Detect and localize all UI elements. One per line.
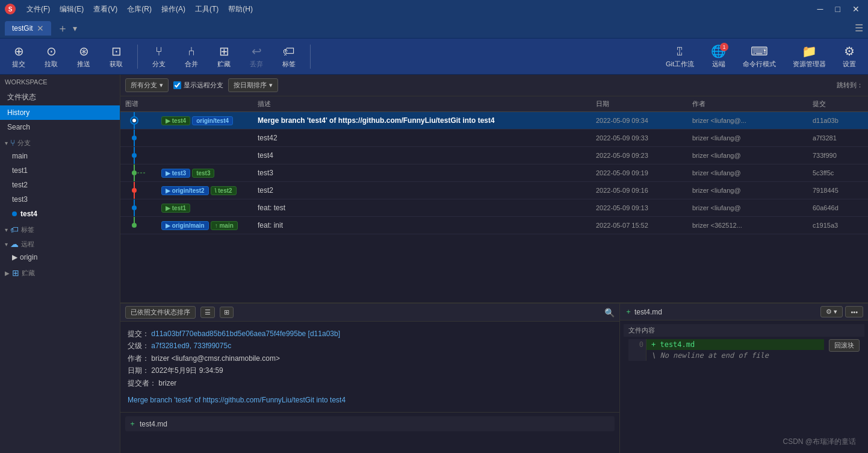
col-graph: 图谱	[120, 98, 253, 110]
new-tab-button[interactable]: ＋	[54, 21, 72, 36]
history-area: 所有分支 ▾ 显示远程分支 按日期排序 ▾ 跳转到： 图谱	[120, 75, 868, 302]
repo-tab[interactable]: testGit ✕	[5, 21, 51, 36]
bottom-area: 已依照文件状态排序 ☰ ⊞ 🔍 提交： d11a03bf770ebad85b61…	[120, 302, 868, 453]
branch-item-test2[interactable]: test2	[0, 178, 120, 192]
table-row[interactable]: test42 2022-05-09 09:33 brizer <liufang@…	[120, 130, 868, 147]
search-commits-button[interactable]: 🔍	[604, 308, 615, 317]
sidebar-item-history[interactable]: History	[0, 105, 120, 120]
remote-group-header[interactable]: ▾ ☁ 远程	[0, 236, 120, 250]
close-button[interactable]: ✕	[849, 4, 863, 14]
commit-label: 提交	[12, 60, 25, 69]
content-area: 所有分支 ▾ 显示远程分支 按日期排序 ▾ 跳转到： 图谱	[120, 75, 868, 453]
sidebar-item-search[interactable]: Search	[0, 120, 120, 134]
main-area: WORKSPACE 文件状态 History Search ▾ ⑂ 分支 mai…	[0, 75, 868, 453]
revert-block-button[interactable]: 回滚块	[829, 339, 860, 352]
tag-button[interactable]: 🏷 标签	[275, 42, 303, 71]
minimize-button[interactable]: ─	[814, 4, 827, 14]
stash-group-header[interactable]: ▶ ⊞ 贮藏	[0, 264, 120, 279]
sidebar-item-file-status[interactable]: 文件状态	[0, 89, 120, 105]
branch-button[interactable]: ⑂ 分支	[145, 42, 173, 71]
remote-button[interactable]: 🌐 1 远端	[704, 42, 733, 71]
menu-action[interactable]: 操作(A)	[158, 3, 189, 16]
grid-view-button[interactable]: ⊞	[220, 307, 234, 318]
table-row[interactable]: test4 2022-05-09 09:23 brizer <liufang@ …	[120, 147, 868, 164]
menu-tools[interactable]: 工具(T)	[191, 3, 222, 16]
date-label: 日期：	[128, 366, 149, 375]
graph-cell	[120, 147, 253, 164]
terminal-button[interactable]: ⌨ 命令行模式	[736, 42, 783, 71]
sidebar: WORKSPACE 文件状态 History Search ▾ ⑂ 分支 mai…	[0, 75, 120, 453]
menu-repo[interactable]: 仓库(R)	[123, 3, 155, 16]
sort-by-date-filter[interactable]: 按日期排序 ▾	[228, 78, 278, 92]
titlebar: S 文件(F) 编辑(E) 查看(V) 仓库(R) 操作(A) 工具(T) 帮助…	[0, 0, 868, 18]
separator-2	[310, 45, 311, 69]
graph-svg	[125, 164, 161, 181]
fetch-button[interactable]: ⊡ 获取	[102, 42, 130, 71]
diff-line-text: + test4.md	[646, 339, 824, 350]
jump-to-area: 跳转到：	[837, 81, 863, 90]
remote-item-origin[interactable]: ▶origin	[0, 250, 120, 264]
tags-group-header[interactable]: ▾ 🏷 标签	[0, 221, 120, 236]
branch-item-test1[interactable]: test1	[0, 163, 120, 178]
show-remote-checkbox-label[interactable]: 显示远程分支	[173, 81, 223, 90]
branch-pill-test2: \ test2	[211, 186, 237, 195]
menu-file[interactable]: 文件(F)	[23, 3, 54, 16]
stash-expand-icon: ▶	[5, 270, 10, 276]
gitflow-label: Git工作流	[666, 60, 694, 69]
remote-label: 远端	[712, 60, 725, 69]
filter-bar: 所有分支 ▾ 显示远程分支 按日期排序 ▾ 跳转到：	[120, 75, 868, 96]
settings-button[interactable]: ⚙ 设置	[835, 42, 863, 71]
push-button[interactable]: ⊛ 推送	[70, 42, 98, 71]
explorer-button[interactable]: 📁 资源管理器	[786, 42, 833, 71]
table-row[interactable]: ▶ test3 test3 test3 2022-05-09 09:19 bri…	[120, 164, 868, 182]
discard-button[interactable]: ↩ 丢弃	[243, 42, 270, 71]
discard-icon: ↩	[252, 44, 262, 58]
file-list-item[interactable]: ＋ test4.md	[125, 416, 615, 431]
table-row[interactable]: ▶ origin/test2 \ test2 test2 2022-05-09 …	[120, 182, 868, 199]
tab-dropdown-button[interactable]: ▾	[73, 23, 77, 33]
tab-close-button[interactable]: ✕	[37, 23, 44, 33]
tags-expand-icon: ▾	[5, 226, 8, 233]
branches-group-header[interactable]: ▾ ⑂ 分支	[0, 134, 120, 149]
menu-help[interactable]: 帮助(H)	[225, 3, 256, 16]
pull-button[interactable]: ⊙ 拉取	[37, 42, 65, 71]
date-line: 日期： 2022年5月9日 9:34:59	[128, 364, 612, 376]
diff-settings-button[interactable]: ⚙ ▾	[820, 306, 843, 317]
tag-label: 标签	[282, 60, 296, 69]
author-value: brizer <liufang@cmsr.chinamobile.com>	[151, 354, 280, 363]
diff-content: 文件内容 0 + test4.md \ No newline at end of…	[620, 320, 868, 367]
diff-more-button[interactable]: •••	[845, 306, 863, 317]
maximize-button[interactable]: □	[832, 4, 844, 14]
show-remote-checkbox[interactable]	[173, 81, 181, 89]
show-remote-label: 显示远程分支	[184, 81, 223, 90]
commit-hash-value[interactable]: d11a03bf770ebad85b61bd5e06aea75f4fe995be…	[151, 330, 340, 338]
explorer-icon: 📁	[802, 44, 817, 58]
table-row[interactable]: ▶ origin/main ↑ main feat: init 2022-05-…	[120, 217, 868, 234]
branches-label: 分支	[17, 139, 31, 148]
view-mode-button[interactable]: ☰	[200, 307, 215, 318]
gitflow-button[interactable]: ⑄ Git工作流	[659, 42, 701, 71]
parent-hash-value[interactable]: a7f3281ed9, 733f99075c	[151, 342, 231, 350]
svg-point-17	[132, 205, 137, 210]
merge-button[interactable]: ⑃ 合并	[178, 42, 205, 71]
commit-description: test42	[253, 131, 591, 145]
svg-point-20	[132, 223, 137, 228]
hamburger-menu-button[interactable]: ☰	[855, 22, 863, 34]
table-row[interactable]: ▶ test4 origin/test4 Merge branch 'test4…	[120, 112, 868, 130]
commit-description: test4	[253, 149, 591, 162]
diff-line-meta: \ No newline at end of file	[628, 350, 824, 361]
sort-by-file-status-button[interactable]: 已依照文件状态排序	[125, 306, 196, 319]
gitflow-icon: ⑄	[676, 45, 683, 58]
menu-edit[interactable]: 编辑(E)	[56, 3, 87, 16]
menu-view[interactable]: 查看(V)	[90, 3, 121, 16]
diff-line-number-meta	[628, 350, 646, 361]
branch-item-test3[interactable]: test3	[0, 192, 120, 207]
branch-item-main[interactable]: main	[0, 149, 120, 163]
stash-button[interactable]: ⊞ 贮藏	[210, 42, 238, 71]
table-row[interactable]: ▶ test1 feat: test 2022-05-09 09:13 briz…	[120, 199, 868, 217]
branch-item-test4[interactable]: test4	[0, 207, 120, 221]
all-branches-filter[interactable]: 所有分支 ▾	[125, 78, 169, 92]
branch-pill-origin-test2: ▶ origin/test2	[161, 186, 209, 195]
commit-button[interactable]: ⊕ 提交	[5, 42, 33, 71]
remote-expand-arrow: ▶	[12, 253, 17, 261]
